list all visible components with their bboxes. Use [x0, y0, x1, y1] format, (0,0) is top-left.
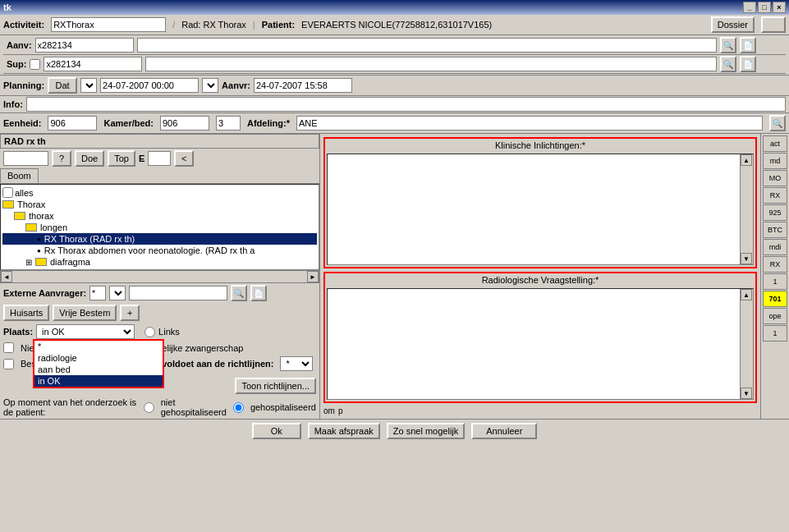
planning-date-dropdown[interactable]: ▼: [202, 78, 218, 93]
scroll-right-btn[interactable]: ►: [307, 271, 319, 282]
thorax-sub-label: thorax: [29, 211, 54, 221]
far-right-rx[interactable]: RX: [763, 187, 787, 204]
planning-type-dropdown[interactable]: ▼: [80, 78, 97, 93]
far-right-md[interactable]: md: [763, 153, 787, 169]
horizontal-scrollbar[interactable]: ◄ ►: [0, 270, 319, 283]
aanv-extra-input[interactable]: [137, 38, 717, 53]
minimize-btn[interactable]: _: [743, 2, 756, 13]
list-item[interactable]: Thorax: [2, 199, 317, 210]
dropdown-option-in-ok[interactable]: in OK: [34, 375, 163, 387]
sup-input[interactable]: [44, 57, 142, 71]
far-right-panel: act md MO RX 925 BTC mdi RX 1 701 ope 1: [760, 134, 789, 419]
gehospitaliseerd-radio[interactable]: [233, 402, 244, 413]
externe-doc-icon[interactable]: 📄: [250, 285, 267, 301]
niet-staan-checkbox[interactable]: [3, 342, 14, 353]
klinische-scroll-track: [741, 166, 753, 253]
list-item[interactable]: thorax: [2, 210, 317, 222]
externe-search-icon[interactable]: 🔍: [231, 285, 247, 301]
window-controls[interactable]: _ □ ×: [743, 2, 786, 13]
dropdown-option-aan-bed[interactable]: aan bed: [34, 364, 163, 375]
niet-gehospitaliseerd-radio[interactable]: [144, 402, 154, 413]
list-item[interactable]: ● Rx Thorax abdomen voor neonatologie. (…: [2, 245, 317, 256]
eenheid-label: Eenheid:: [3, 118, 41, 128]
far-right-701[interactable]: 701: [763, 291, 787, 307]
externe-star-input[interactable]: [89, 286, 106, 300]
huisarts-button[interactable]: Huisarts: [3, 305, 49, 321]
e-input[interactable]: [148, 151, 171, 166]
aanv-input[interactable]: [35, 38, 134, 53]
far-right-n1[interactable]: 1: [763, 273, 787, 290]
less-button[interactable]: <: [174, 150, 194, 167]
alles-label: alles: [15, 188, 34, 198]
plaats-dropdown-overlay[interactable]: * radiologie aan bed in OK: [33, 337, 164, 388]
alles-checkbox[interactable]: [2, 187, 13, 198]
question-button[interactable]: ?: [52, 150, 71, 167]
dropdown-option-radiologie[interactable]: radiologie: [34, 352, 163, 364]
header-bar: Activiteit: / Rad: RX Thorax | Patient: …: [0, 15, 789, 35]
planning-row: Planning: Dat ▼ ▼ Aanvr:: [0, 76, 789, 96]
extra-btn[interactable]: [761, 16, 786, 33]
far-right-mo[interactable]: MO: [763, 170, 787, 186]
far-right-ope[interactable]: ope: [763, 308, 787, 324]
vrije-bestem-button[interactable]: Vrije Bestem: [53, 305, 117, 321]
klinische-scroll-down[interactable]: ▼: [741, 253, 752, 264]
besmet-checkbox[interactable]: [3, 359, 14, 369]
klinische-scroll-up[interactable]: ▲: [741, 154, 752, 166]
dropdown-option-star[interactable]: *: [34, 341, 163, 352]
far-right-925[interactable]: 925: [763, 204, 787, 221]
tree-tabs: Boom: [0, 168, 319, 184]
ok-button[interactable]: Ok: [252, 423, 301, 439]
far-right-btc[interactable]: BTC: [763, 222, 787, 238]
planning-date1-input[interactable]: [100, 78, 199, 93]
sup-checkbox[interactable]: [30, 59, 40, 70]
radiologische-scroll-up[interactable]: ▲: [741, 289, 752, 300]
tree-panel[interactable]: alles Thorax thorax longen ● RX Thorax (…: [0, 184, 319, 270]
maximize-btn[interactable]: □: [758, 2, 771, 13]
far-right-n2[interactable]: 1: [763, 325, 787, 342]
externe-dropdown[interactable]: ▼: [109, 286, 126, 300]
maak-afspraak-button[interactable]: Maak afspraak: [308, 423, 380, 439]
toon-richtlijnen-button[interactable]: Toon richtlijnen...: [235, 378, 316, 394]
far-right-act[interactable]: act: [763, 135, 787, 152]
aanvraag-dropdown[interactable]: *: [280, 356, 313, 371]
sup-search-icon[interactable]: 🔍: [720, 56, 736, 72]
boom-tab[interactable]: Boom: [0, 168, 39, 183]
scroll-left-btn[interactable]: ◄: [1, 271, 12, 282]
afdeling-search-icon[interactable]: 🔍: [769, 115, 786, 131]
radiologische-title: Radiologische Vraagstelling:*: [325, 273, 755, 287]
eenheid-input[interactable]: [48, 116, 97, 131]
radiologische-scrollbar[interactable]: ▲ ▼: [740, 289, 753, 399]
links-radio[interactable]: [144, 327, 155, 337]
far-right-rx2[interactable]: RX: [763, 256, 787, 273]
list-item[interactable]: alles: [2, 186, 317, 199]
far-right-mdi[interactable]: mdi: [763, 239, 787, 255]
activiteit-input[interactable]: [51, 17, 166, 32]
aanv-doc-icon[interactable]: 📄: [740, 37, 756, 53]
top-button[interactable]: Top: [108, 150, 135, 167]
radiologische-textarea[interactable]: [328, 289, 740, 399]
sup-extra-input[interactable]: [145, 57, 717, 71]
radiologische-scroll-down[interactable]: ▼: [741, 388, 752, 399]
zo-snel-button[interactable]: Zo snel mogelijk: [387, 423, 465, 439]
dossier-button[interactable]: Dossier: [711, 16, 755, 33]
doe-button[interactable]: Doe: [75, 150, 104, 167]
klinische-textarea[interactable]: [328, 154, 740, 264]
room-num-input[interactable]: [216, 116, 241, 131]
list-item[interactable]: ⊞ diafragma: [2, 256, 317, 268]
info-input[interactable]: [26, 97, 786, 112]
annuleer-button[interactable]: Annuleer: [471, 423, 537, 439]
plus-button[interactable]: +: [120, 305, 140, 321]
planning-type-btn[interactable]: Dat: [48, 77, 77, 94]
list-item[interactable]: ● RX Thorax (RAD rx th): [2, 233, 317, 245]
klinische-scrollbar[interactable]: ▲ ▼: [740, 154, 753, 264]
afdeling-input[interactable]: [296, 116, 763, 131]
sup-doc-icon[interactable]: 📄: [740, 56, 756, 72]
aanv-search-icon[interactable]: 🔍: [720, 37, 736, 53]
close-btn[interactable]: ×: [773, 2, 786, 13]
planning-date2-input[interactable]: [254, 78, 352, 93]
rad-search-input[interactable]: [3, 151, 48, 166]
kamer-input[interactable]: [160, 116, 209, 131]
externe-input[interactable]: [129, 286, 227, 300]
list-item[interactable]: longen: [2, 222, 317, 233]
patient-value: EVERAERTS NICOLE(77258812,631017V165): [301, 20, 492, 30]
